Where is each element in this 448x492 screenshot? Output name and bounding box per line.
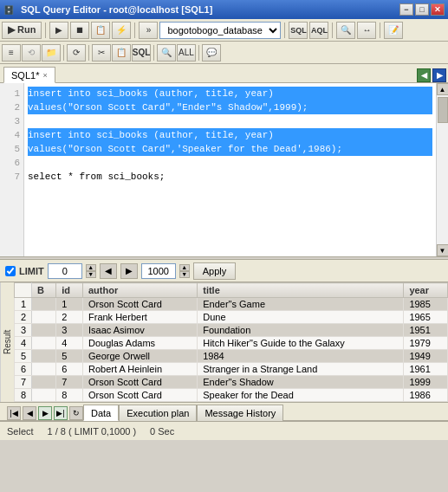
col-author[interactable]: author <box>83 283 198 298</box>
tb2-btn-3[interactable]: 📁 <box>42 44 61 62</box>
toolbar-btn-3[interactable]: 📋 <box>91 22 110 39</box>
col-id[interactable]: id <box>56 283 83 298</box>
cell-year: 1949 <box>404 350 448 363</box>
message-history-tab[interactable]: Message History <box>197 405 283 421</box>
cell-b <box>32 324 56 337</box>
limit-end-spinner[interactable]: ▲ ▼ <box>179 264 190 278</box>
nav-right-icon[interactable]: ▶ <box>432 68 446 82</box>
sql-button[interactable]: SQL <box>289 22 308 39</box>
cell-year: 1961 <box>404 363 448 376</box>
tb2-btn-8[interactable]: 🔍 <box>157 44 176 62</box>
database-selector[interactable]: bogotobogo_database <box>159 22 281 39</box>
line-num-2: 2 <box>0 100 20 114</box>
tb2-btn-5[interactable]: ✂ <box>92 44 111 62</box>
code-line-6 <box>28 156 432 170</box>
table-row: 1 1 Orson Scott Card Ender"s Game 1985 <box>15 298 448 311</box>
cell-id: 6 <box>56 363 83 376</box>
prev-page-btn[interactable]: ◀ <box>100 263 117 279</box>
prev-btn[interactable]: ◀ <box>23 406 36 420</box>
cell-b <box>32 337 56 350</box>
limit-checkbox[interactable] <box>5 266 16 276</box>
window-title: SQL Query Editor - root@localhost [SQL1] <box>17 4 399 15</box>
cell-year: 1986 <box>404 389 448 402</box>
tb2-btn-10[interactable]: 💬 <box>202 44 221 62</box>
col-title[interactable]: title <box>198 283 404 298</box>
nav-left-icon[interactable]: ◀ <box>417 68 431 82</box>
limit-label: LIMIT <box>19 266 44 276</box>
tb2-btn-4[interactable]: ⟳ <box>67 44 86 62</box>
cell-b <box>32 376 56 389</box>
toolbar-btn-2[interactable]: ⏹ <box>70 22 89 39</box>
col-b[interactable]: B <box>32 283 56 298</box>
window-controls: − □ ✕ <box>399 3 445 16</box>
replace-button[interactable]: ↔ <box>357 22 376 39</box>
main-toolbar: ▶ Run ▶ ⏹ 📋 ⚡ » bogotobogo_database SQL … <box>0 19 448 42</box>
tb2-btn-6[interactable]: 📋 <box>112 44 131 62</box>
cell-rownum: 2 <box>15 311 32 324</box>
play-btn[interactable]: ▶ <box>38 406 52 420</box>
results-table-container[interactable]: B id author title year 1 1 Orson Scott C… <box>14 282 448 402</box>
apply-button[interactable]: Apply <box>193 262 237 280</box>
code-editor[interactable]: insert into sci_books (author, title, ye… <box>24 83 436 256</box>
col-year[interactable]: year <box>404 283 448 298</box>
toolbar-separator-4 <box>332 23 333 38</box>
code-line-4: insert into sci_books (author, title, ye… <box>28 128 432 142</box>
tb2-btn-9[interactable]: ALL <box>177 44 196 62</box>
next-page-btn[interactable]: ▶ <box>120 263 138 279</box>
limit-end-input[interactable] <box>141 263 176 279</box>
scroll-thumb[interactable] <box>438 97 448 123</box>
next-btn[interactable]: ▶| <box>54 406 68 420</box>
cell-author: Orson Scott Card <box>83 389 198 402</box>
execution-plan-tab[interactable]: Execution plan <box>119 405 197 421</box>
cell-rownum: 8 <box>15 389 32 402</box>
toolbar-separator-3 <box>284 23 285 38</box>
col-rownum[interactable] <box>15 283 32 298</box>
cell-year: 1965 <box>404 311 448 324</box>
more-button[interactable]: 📝 <box>384 22 403 39</box>
cell-b <box>32 389 56 402</box>
line-numbers: 1 2 3 4 5 6 7 <box>0 83 24 256</box>
limit-start-spinner[interactable]: ▲ ▼ <box>86 264 96 278</box>
secondary-toolbar: ≡ ⟲ 📁 ⟳ ✂ 📋 SQL 🔍 ALL 💬 <box>0 42 448 64</box>
status-action: Select <box>7 426 34 437</box>
toolbar-btn-5[interactable]: » <box>139 22 158 39</box>
aql-button[interactable]: AQL <box>309 22 328 39</box>
results-area: Result B id author title year 1 1 Orson … <box>0 282 448 402</box>
cell-title: Speaker for the Dead <box>198 389 404 402</box>
toolbar2-sep-2 <box>88 45 89 61</box>
spin-up-btn[interactable]: ▲ <box>86 264 96 271</box>
data-tab[interactable]: Data <box>83 405 119 421</box>
cell-title: Stranger in a Strange Land <box>198 363 404 376</box>
limit-start-input[interactable] <box>48 263 82 279</box>
cell-id: 1 <box>56 298 83 311</box>
maximize-button[interactable]: □ <box>415 3 429 16</box>
toolbar2-sep-3 <box>153 45 154 61</box>
table-row: 2 2 Frank Herbert Dune 1965 <box>15 311 448 324</box>
refresh-btn[interactable]: ↻ <box>69 406 83 420</box>
tb2-btn-2[interactable]: ⟲ <box>22 44 41 62</box>
close-button[interactable]: ✕ <box>431 3 445 16</box>
cell-id: 7 <box>56 376 83 389</box>
toolbar-btn-4[interactable]: ⚡ <box>112 22 131 39</box>
cell-b <box>32 350 56 363</box>
code-line-3 <box>28 114 432 128</box>
tab-close-icon[interactable]: × <box>42 71 47 80</box>
scroll-up-btn[interactable]: ▲ <box>437 83 449 95</box>
tb2-btn-7[interactable]: SQL <box>132 44 151 62</box>
editor-scrollbar[interactable]: ▲ ▼ <box>436 83 448 256</box>
scroll-down-btn[interactable]: ▼ <box>437 244 449 256</box>
first-btn[interactable]: |◀ <box>7 406 21 420</box>
spin-end-down-btn[interactable]: ▼ <box>179 271 190 278</box>
tab-label: SQL1* <box>11 70 39 81</box>
toolbar-separator-5 <box>380 23 380 38</box>
run-button[interactable]: ▶ Run <box>2 22 42 39</box>
status-records: 1 / 8 ( LIMIT 0,1000 ) <box>48 426 137 437</box>
spin-down-btn[interactable]: ▼ <box>86 271 96 278</box>
sql1-tab[interactable]: SQL1* × <box>3 67 55 83</box>
search-button[interactable]: 🔍 <box>336 22 355 39</box>
spin-end-up-btn[interactable]: ▲ <box>179 264 190 271</box>
minimize-button[interactable]: − <box>399 3 413 16</box>
tb2-btn-1[interactable]: ≡ <box>2 44 21 62</box>
toolbar-btn-1[interactable]: ▶ <box>49 22 68 39</box>
code-line-2: values("Orson Scott Card","Ender"s Shado… <box>28 100 432 114</box>
